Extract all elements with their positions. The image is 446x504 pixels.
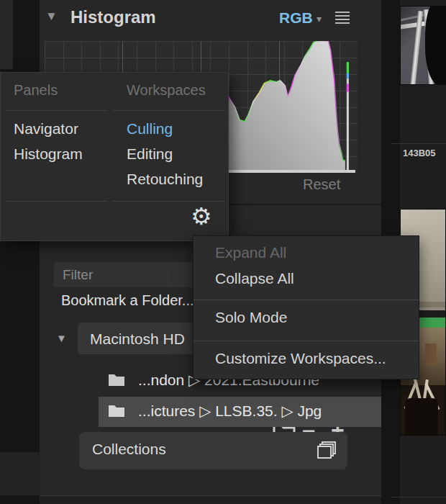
disclosure-triangle-icon[interactable]: ▼ — [56, 332, 67, 344]
menu-item-customize-workspaces[interactable]: Customize Workspaces... — [215, 350, 386, 367]
menu-separator — [194, 341, 419, 341]
folder-icon — [108, 403, 125, 418]
collections-label: Collections — [92, 441, 166, 458]
separator — [6, 110, 107, 111]
bookmark-folder-label[interactable]: Bookmark a Folder... — [61, 292, 194, 309]
collections-row[interactable]: Collections — [79, 432, 347, 469]
channel-dropdown-icon[interactable]: ▾ — [317, 13, 322, 24]
panels-column-header: Panels — [14, 82, 58, 99]
settings-gear-icon[interactable]: ⚙ — [191, 204, 212, 228]
histogram-panel-title: Histogram — [70, 7, 156, 27]
menu-item-collapse-all[interactable]: Collapse All — [215, 270, 294, 287]
filmstrip-divider — [391, 143, 446, 144]
folder-icon — [108, 372, 125, 387]
channel-selector[interactable]: RGB — [279, 9, 313, 27]
panels-workspaces-popup: Panels Workspaces Navigator Histogram Cu… — [0, 72, 229, 241]
panel-bottom-area — [40, 496, 381, 504]
separator — [6, 201, 107, 202]
volume-name: Macintosh HD — [90, 330, 185, 348]
thumbnail-filename: 143B05 — [403, 148, 446, 158]
separator — [113, 201, 224, 202]
panel-item-navigator[interactable]: Navigator — [14, 120, 78, 138]
separator — [113, 110, 224, 111]
filmstrip-divider — [391, 497, 446, 498]
panel-menu-icon[interactable] — [335, 12, 350, 24]
panel-context-menu: Expand All Collapse All Solo Mode Custom… — [193, 235, 419, 379]
histogram-panel-header: ▼ Histogram RGB ▾ — [40, 0, 381, 37]
app-window: ▼ Histogram RGB ▾ — [0, 0, 446, 504]
thumbnail-scaffolding[interactable] — [400, 6, 446, 85]
left-bottom-patch — [0, 452, 40, 495]
histogram-reset-button[interactable]: Reset — [303, 176, 340, 193]
histogram-collapse-icon[interactable]: ▼ — [45, 10, 58, 22]
panel-item-histogram[interactable]: Histogram — [14, 145, 83, 163]
workspace-item-retouching[interactable]: Retouching — [127, 171, 203, 188]
workspace-item-culling[interactable]: Culling — [127, 120, 173, 138]
menu-separator — [194, 300, 419, 300]
workspaces-column-header: Workspaces — [127, 82, 206, 99]
menu-item-solo-mode[interactable]: Solo Mode — [215, 309, 287, 326]
folder-path: ...ictures ▷ LLSB.35. ▷ Jpg — [138, 402, 322, 420]
workspace-item-editing[interactable]: Editing — [127, 145, 173, 163]
menu-item-expand-all: Expand All — [215, 244, 286, 261]
collections-stack-icon — [316, 441, 337, 461]
folder-row-jpg-selected[interactable]: ...ictures ▷ LLSB.35. ▷ Jpg — [99, 397, 391, 427]
left-top-square — [0, 0, 13, 69]
